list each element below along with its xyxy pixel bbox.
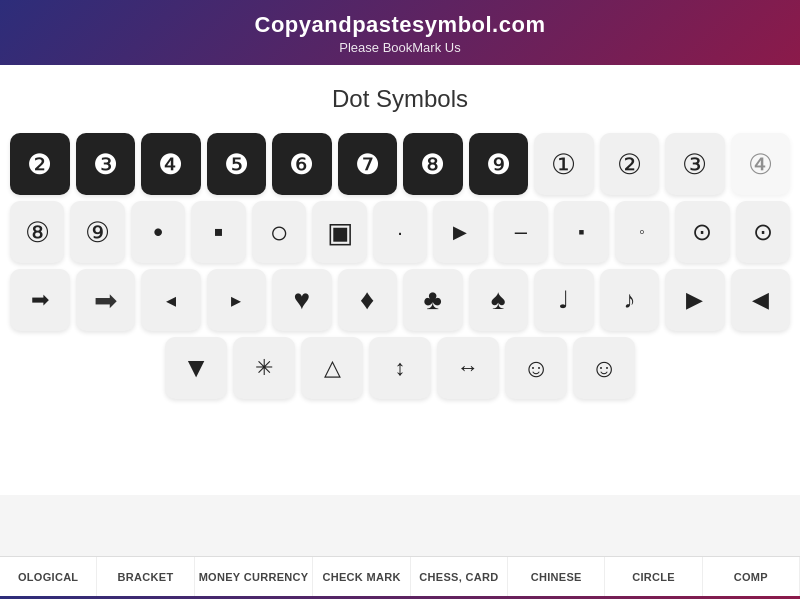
symbol-btn[interactable]: ♥ — [272, 269, 332, 331]
nav-item-chinese[interactable]: CHINESE — [508, 557, 605, 599]
nav-item-circle[interactable]: CIRCLE — [605, 557, 702, 599]
symbol-btn[interactable]: ☺ — [505, 337, 567, 399]
symbol-btn[interactable]: ❽ — [403, 133, 463, 195]
symbol-btn[interactable]: ❾ — [469, 133, 529, 195]
symbol-btn[interactable]: – — [494, 201, 548, 263]
symbol-btn[interactable]: ❷ — [10, 133, 70, 195]
symbol-btn[interactable]: △ — [301, 337, 363, 399]
symbol-btn[interactable]: ④ — [731, 133, 791, 195]
symbol-btn[interactable]: ➡ — [76, 269, 136, 331]
symbol-btn[interactable]: ▶ — [433, 201, 487, 263]
nav-item-comp[interactable]: COMP — [703, 557, 800, 599]
symbol-btn[interactable]: ○ — [252, 201, 306, 263]
symbol-btn[interactable]: ▣ — [312, 201, 366, 263]
page-title: Dot Symbols — [10, 85, 790, 113]
symbol-btn[interactable]: ▪ — [191, 201, 245, 263]
nav-item-chess[interactable]: CHESS, CARD — [411, 557, 508, 599]
symbol-btn[interactable]: ◂ — [141, 269, 201, 331]
bottom-nav: OLOGICAL BRACKET MONEY CURRENCY CHECK MA… — [0, 556, 800, 599]
main-content: Dot Symbols ❷ ❸ ❹ ❺ ❻ ❼ ❽ ❾ ① ② ③ ④ ⑧ ⑨ … — [0, 65, 800, 495]
symbol-btn[interactable]: ❼ — [338, 133, 398, 195]
site-title: Copyandpastesymbol.com — [0, 12, 800, 38]
symbol-btn[interactable]: ▼ — [165, 337, 227, 399]
nav-item-checkmark[interactable]: CHECK MARK — [313, 557, 410, 599]
symbol-btn[interactable]: ❻ — [272, 133, 332, 195]
symbol-btn[interactable]: ◦ — [615, 201, 669, 263]
symbol-row-1: ❷ ❸ ❹ ❺ ❻ ❼ ❽ ❾ ① ② ③ ④ — [10, 133, 790, 195]
symbol-btn[interactable]: ↔ — [437, 337, 499, 399]
site-header: Copyandpastesymbol.com Please BookMark U… — [0, 0, 800, 65]
symbol-btn[interactable]: ⊙ — [675, 201, 729, 263]
symbol-btn[interactable]: ↕ — [369, 337, 431, 399]
nav-item-bracket[interactable]: BRACKET — [97, 557, 194, 599]
symbol-btn[interactable]: ▸ — [207, 269, 267, 331]
symbol-btn[interactable]: ♩ — [534, 269, 594, 331]
symbol-btn[interactable]: ♪ — [600, 269, 660, 331]
nav-item-money[interactable]: MONEY CURRENCY — [195, 557, 314, 599]
symbol-btn[interactable]: ♠ — [469, 269, 529, 331]
symbol-btn[interactable]: · — [373, 201, 427, 263]
symbol-btn[interactable]: ⑧ — [10, 201, 64, 263]
symbol-btn[interactable]: ① — [534, 133, 594, 195]
symbol-btn[interactable]: ☺ — [573, 337, 635, 399]
symbol-btn[interactable]: ➡ — [10, 269, 70, 331]
symbol-btn[interactable]: ② — [600, 133, 660, 195]
symbol-btn[interactable]: ③ — [665, 133, 725, 195]
nav-item-ological[interactable]: OLOGICAL — [0, 557, 97, 599]
symbol-row-4: ▼ ✳ △ ↕ ↔ ☺ ☺ — [10, 337, 790, 399]
symbol-btn[interactable]: ❺ — [207, 133, 267, 195]
symbol-btn[interactable]: ✳ — [233, 337, 295, 399]
symbol-btn[interactable]: ♦ — [338, 269, 398, 331]
symbol-btn[interactable]: ◀ — [731, 269, 791, 331]
symbol-row-2: ⑧ ⑨ • ▪ ○ ▣ · ▶ – ▪ ◦ ⊙ ⊙ — [10, 201, 790, 263]
symbol-btn[interactable]: ⑨ — [70, 201, 124, 263]
symbol-btn[interactable]: ❹ — [141, 133, 201, 195]
symbol-btn[interactable]: ❸ — [76, 133, 136, 195]
symbol-btn[interactable]: ▪ — [554, 201, 608, 263]
site-subtitle: Please BookMark Us — [0, 40, 800, 55]
symbol-btn[interactable]: ♣ — [403, 269, 463, 331]
symbol-btn[interactable]: • — [131, 201, 185, 263]
symbol-btn[interactable]: ⊙ — [736, 201, 790, 263]
symbol-row-3: ➡ ➡ ◂ ▸ ♥ ♦ ♣ ♠ ♩ ♪ ▶ ◀ — [10, 269, 790, 331]
symbol-btn[interactable]: ▶ — [665, 269, 725, 331]
